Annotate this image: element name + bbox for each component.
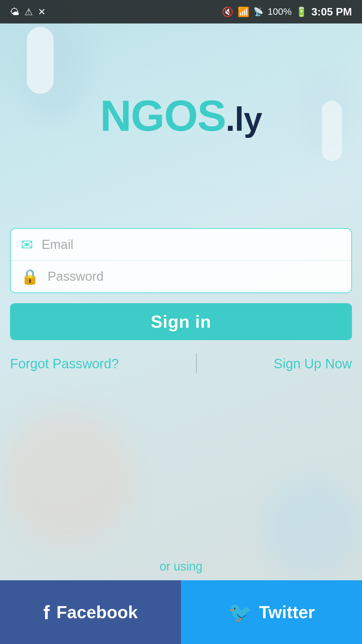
signup-link[interactable]: Sign Up Now [274,356,352,371]
social-bar: f Facebook 🐦 Twitter [0,580,362,644]
close-icon: ✕ [38,6,46,17]
email-row: ✉ [11,229,351,261]
warning-icon: ⚠ [24,6,33,17]
lock-icon: 🔒 [21,268,39,285]
battery-icon: 🔋 [296,6,307,17]
battery-text: 100% [267,6,292,17]
password-input[interactable] [48,269,341,284]
login-form: ✉ 🔒 [10,228,352,293]
logo-ngos: NGOS [100,91,226,141]
links-row: Forgot Password? Sign Up Now [10,354,352,374]
twitter-button[interactable]: 🐦 Twitter [181,580,362,644]
status-left-icons: 🌤 ⚠ ✕ [10,6,46,17]
email-icon: ✉ [21,236,33,253]
or-using-text: or using [160,559,202,574]
status-bar: 🌤 ⚠ ✕ 🔇 📶 📡 100% 🔋 3:05 PM [0,0,362,23]
email-input[interactable] [42,237,341,252]
main-content: NGOS .ly ✉ 🔒 Sign in Forgot Password? Si… [0,23,362,374]
facebook-button[interactable]: f Facebook [0,580,181,644]
links-divider [196,354,197,374]
wifi-icon: 📶 [238,6,249,17]
signal-icon: 📡 [253,7,263,16]
facebook-icon: f [43,601,50,624]
logo-ly: .ly [226,100,262,139]
status-right-icons: 🔇 📶 📡 100% 🔋 3:05 PM [222,6,352,18]
password-row: 🔒 [11,261,351,292]
signin-button[interactable]: Sign in [10,303,352,340]
weather-icon: 🌤 [10,6,19,17]
logo: NGOS .ly [100,91,262,141]
status-time: 3:05 PM [311,6,352,18]
facebook-label: Facebook [56,602,138,622]
twitter-icon: 🐦 [228,601,252,624]
mute-icon: 🔇 [222,6,234,17]
forgot-password-link[interactable]: Forgot Password? [10,356,119,371]
twitter-label: Twitter [259,602,315,622]
